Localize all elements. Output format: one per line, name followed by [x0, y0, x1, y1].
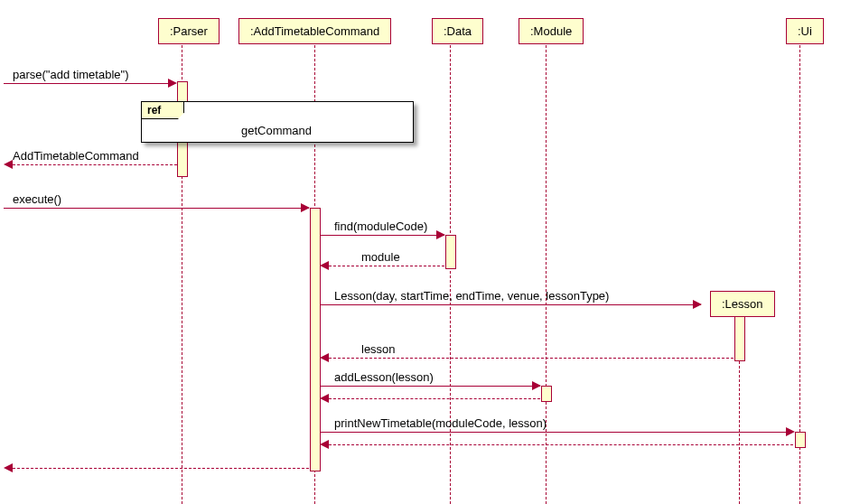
activation-module — [541, 386, 552, 402]
participant-ui: :Ui — [786, 18, 824, 44]
msg-execute: execute() — [13, 192, 61, 206]
arrowhead-print-return — [320, 440, 329, 449]
msg-lesson-return: lesson — [361, 342, 396, 356]
ref-tag: ref — [142, 102, 184, 119]
arrowhead-return-addcmd — [4, 160, 13, 169]
msg-lesson-create: Lesson(day, startTime, endTime, venue, l… — [334, 289, 609, 303]
activation-data — [445, 235, 456, 269]
arrowhead-parse — [168, 79, 177, 88]
participant-module: :Module — [519, 18, 584, 44]
arrowhead-find — [436, 230, 445, 239]
arrowhead-addlesson-return — [320, 394, 329, 403]
arrowhead-addlesson — [532, 381, 541, 390]
msg-return-addcmd: AddTimetableCommand — [13, 149, 139, 163]
arrow-lesson-return — [329, 358, 734, 359]
arrow-print-return — [329, 444, 793, 445]
arrowhead-lesson-create — [693, 300, 702, 309]
participant-data: :Data — [432, 18, 483, 44]
arrow-find — [320, 235, 444, 236]
msg-find: find(moduleCode) — [334, 219, 427, 233]
arrow-final-return — [13, 468, 309, 469]
arrow-return-addcmd — [13, 164, 177, 165]
activation-lesson — [734, 316, 745, 361]
participant-addtimetablecommand: :AddTimetableCommand — [238, 18, 391, 44]
arrow-module-return — [329, 266, 444, 266]
msg-print: printNewTimetable(moduleCode, lesson) — [334, 416, 547, 430]
arrowhead-module-return — [320, 261, 329, 270]
arrow-print — [320, 432, 793, 433]
arrow-lesson-create — [320, 304, 701, 305]
participant-lesson: :Lesson — [710, 291, 775, 317]
msg-parse: parse("add timetable") — [13, 68, 128, 81]
arrow-execute — [4, 208, 309, 209]
activation-addcmd — [310, 208, 321, 471]
lifeline-data — [450, 45, 451, 504]
msg-module-return: module — [361, 250, 400, 264]
arrowhead-execute — [301, 203, 310, 212]
lifeline-module — [546, 45, 547, 504]
arrow-parse — [4, 83, 175, 84]
ref-getcommand: ref getCommand — [141, 101, 414, 143]
ref-label: getCommand — [241, 124, 312, 137]
arrow-addlesson — [320, 386, 540, 387]
arrowhead-lesson-return — [320, 353, 329, 362]
participant-parser: :Parser — [158, 18, 220, 44]
msg-addlesson: addLesson(lesson) — [334, 370, 434, 384]
arrow-addlesson-return — [329, 398, 540, 399]
arrowhead-print — [786, 427, 795, 436]
arrowhead-final-return — [4, 463, 13, 472]
activation-ui — [795, 432, 806, 448]
